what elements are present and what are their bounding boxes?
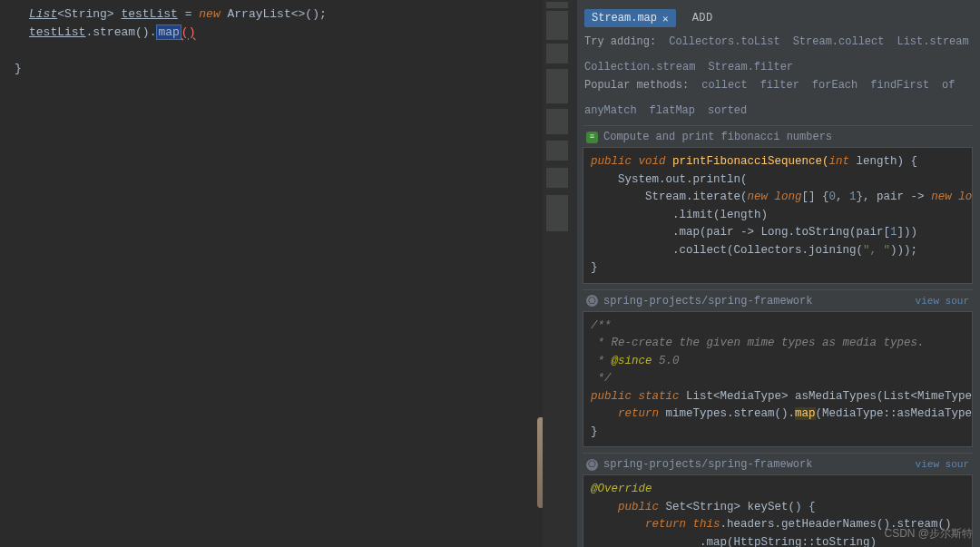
github-icon: ⎔	[586, 459, 598, 471]
suggestion-item[interactable]: flatMap	[650, 104, 695, 117]
view-source-link[interactable]: view sour	[916, 459, 969, 470]
suggestion-item[interactable]: sorted	[708, 104, 747, 117]
popular-methods-row: Popular methods: collect filter forEach …	[577, 76, 980, 120]
suggestion-item[interactable]: of	[942, 79, 955, 92]
suggestion-item[interactable]: findFirst	[870, 79, 929, 92]
suggestion-item[interactable]: anyMatch	[584, 104, 637, 117]
github-icon: ⎔	[586, 295, 598, 307]
suggestion-item[interactable]: List.stream	[897, 35, 968, 48]
code-line: }	[7, 60, 543, 78]
suggestion-item[interactable]: Collection.stream	[584, 61, 695, 73]
snippet-header: ≡ Compute and print fibonacci numbers	[583, 126, 973, 147]
try-adding-row: Try adding: Collectors.toList Stream.col…	[577, 33, 980, 76]
snippet-code[interactable]: public void printFibonacciSequence(int l…	[583, 147, 973, 284]
suggestion-item[interactable]: filter	[760, 79, 799, 92]
watermark: CSDN @步尔斯特	[884, 526, 973, 542]
snippet-block: ⎔ spring-projects/spring-framework view …	[583, 289, 973, 448]
close-icon[interactable]: ✕	[662, 13, 669, 24]
suggestions-panel: Stream.map ✕ ADD Try adding: Collectors.…	[577, 0, 980, 547]
code-line	[7, 42, 543, 60]
snippet-header: ⎔ spring-projects/spring-framework view …	[583, 290, 973, 311]
example-icon: ≡	[586, 132, 598, 143]
code-editor[interactable]: List<String> testList = new ArrayList<>(…	[0, 0, 543, 547]
add-button[interactable]: ADD	[692, 12, 713, 24]
snippet-header: ⎔ spring-projects/spring-framework view …	[583, 454, 973, 474]
code-line[interactable]: List<String> testList = new ArrayList<>(…	[7, 5, 543, 24]
suggestion-item[interactable]: Collectors.toList	[669, 35, 779, 48]
suggestion-item[interactable]: Stream.filter	[708, 61, 793, 73]
snippet-code[interactable]: /** * Re-create the given mime types as …	[583, 311, 973, 448]
suggestion-item[interactable]: collect	[701, 79, 747, 92]
cursor-selection: map	[156, 24, 181, 40]
suggestion-item[interactable]: Stream.collect	[793, 35, 885, 48]
suggestion-item[interactable]: forEach	[812, 79, 858, 92]
snippet-block: ≡ Compute and print fibonacci numbers pu…	[583, 125, 973, 284]
stream-map-chip[interactable]: Stream.map ✕	[584, 9, 676, 27]
view-source-link[interactable]: view sour	[916, 296, 969, 307]
minimap[interactable]	[543, 0, 577, 547]
tag-bar: Stream.map ✕ ADD	[577, 5, 980, 33]
code-line[interactable]: testList.stream().map()	[7, 24, 543, 42]
